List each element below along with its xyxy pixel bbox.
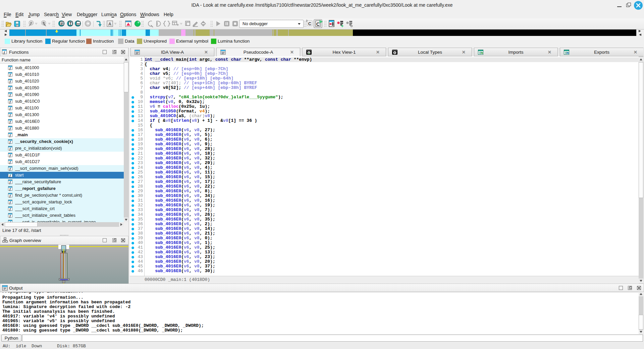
svg-text:xx: xx xyxy=(77,22,80,25)
svg-text:C: C xyxy=(316,21,320,27)
svg-text:C: C xyxy=(308,21,312,26)
svg-text:A: A xyxy=(108,21,112,27)
svg-text:#: # xyxy=(61,21,63,26)
svg-text:T: T xyxy=(69,21,72,26)
